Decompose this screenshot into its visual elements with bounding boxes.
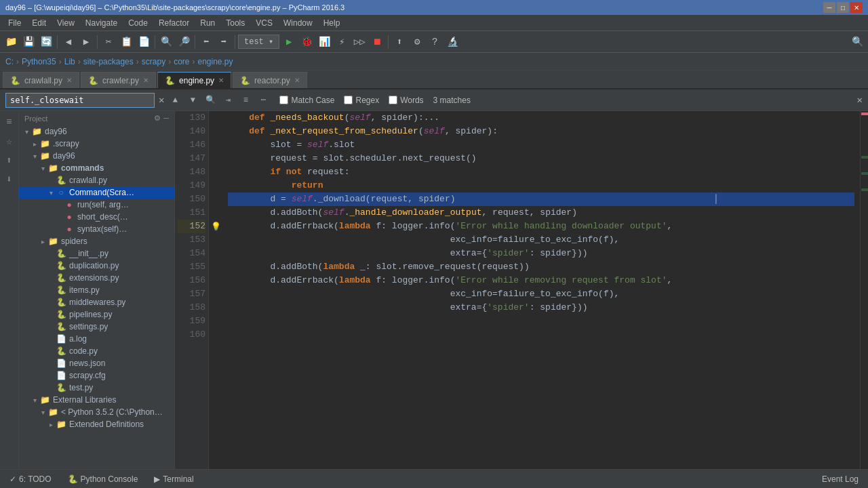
words-checkbox[interactable] [389,96,397,104]
favorites-icon[interactable]: ☆ [1,133,18,149]
save-btn[interactable]: 💾 [20,34,37,50]
tree-news-json[interactable]: 📄news.json [19,357,174,369]
search-extra-btn[interactable]: ⋯ [256,94,270,107]
tree-run-method[interactable]: ●run(self, arg… [19,199,174,211]
bc-scrapy[interactable]: scrapy [142,57,165,66]
search-btn[interactable]: 🔍 [158,34,174,50]
tab-engine[interactable]: 🐍 engine.py ✕ [157,72,231,88]
minimize-button[interactable]: ─ [823,2,835,13]
bc-python35[interactable]: Python35 [22,57,56,66]
search-input[interactable] [5,93,155,108]
more-run-btn[interactable]: ▷▷ [351,34,368,50]
tree-scrapy-cfg[interactable]: 📄scrapy.cfg [19,369,174,382]
tree-duplication[interactable]: 🐍duplication.py [19,260,174,272]
search-filter-btn[interactable]: 🔍 [203,94,217,107]
inspect-btn[interactable]: 🔬 [444,34,460,50]
menu-file[interactable]: File [3,17,26,29]
search-close-btn[interactable]: ✕ [857,94,863,106]
todo-tab[interactable]: ✓ 6: TODO [3,473,58,485]
bc-core[interactable]: core [174,57,189,66]
sync-btn[interactable]: 🔄 [38,34,54,50]
help-btn[interactable]: ? [427,34,443,50]
match-case-option[interactable]: Match Case [279,96,334,105]
code-editor[interactable]: 139 140 146 147 148 149 150 151 152 153 … [175,111,868,469]
menu-navigate[interactable]: Navigate [80,17,123,29]
tree-scrapy-folder[interactable]: ▸📁.scrapy [19,138,174,150]
menu-window[interactable]: Window [278,17,318,29]
find-usage-btn[interactable]: 🔎 [176,34,192,50]
tree-extensions[interactable]: 🐍extensions.py [19,272,174,284]
bc-site-packages[interactable]: site-packages [83,57,134,66]
menu-vcs[interactable]: VCS [250,17,278,29]
tab-engine-close[interactable]: ✕ [218,77,224,84]
tree-day96-sub[interactable]: ▾📁day96 [19,150,174,162]
menu-code[interactable]: Code [123,17,153,29]
bc-engine[interactable]: engine.py [197,57,233,66]
tree-init[interactable]: 🐍__init__.py [19,247,174,260]
cut-btn[interactable]: ✂ [100,34,117,50]
run-config[interactable]: test ▾ [238,35,279,49]
tree-ext-definitions[interactable]: ▸📁Extended Definitions [19,418,174,430]
terminal-tab[interactable]: ▶ Terminal [147,473,200,485]
search-options-btn[interactable]: ≡ [239,94,252,107]
menu-help[interactable]: Help [318,17,346,29]
tab-reactor[interactable]: 🐍 reactor.py ✕ [233,72,307,88]
menu-tools[interactable]: Tools [220,17,250,29]
search-indent-btn[interactable]: ⇥ [221,94,235,107]
search-clear-btn[interactable]: ✕ [159,94,164,106]
regex-checkbox[interactable] [344,96,353,104]
nav-next-btn[interactable]: ➡ [216,34,232,50]
right-scroll-gutter[interactable] [860,111,868,469]
tab-crawler-close[interactable]: ✕ [143,77,149,84]
sidebar-settings-btn[interactable]: ⚙ [154,114,161,123]
python-console-tab[interactable]: 🐍 Python Console [61,473,145,485]
stop-btn[interactable]: ⏹ [369,34,385,50]
tree-items[interactable]: 🐍items.py [19,284,174,296]
global-search-btn[interactable]: 🔍 [849,34,865,50]
tree-pipelines[interactable]: 🐍pipelines.py [19,308,174,321]
navigate-icon[interactable]: ⬆ [1,152,18,168]
close-button[interactable]: ✕ [850,2,863,13]
words-option[interactable]: Words [389,96,423,105]
search-down-btn[interactable]: ▼ [186,94,199,107]
menu-view[interactable]: View [52,17,80,29]
project-btn[interactable]: 📁 [3,34,19,50]
debug-btn[interactable]: 🐞 [298,34,315,50]
search-up-btn[interactable]: ▲ [168,94,182,107]
regex-option[interactable]: Regex [344,96,379,105]
tab-crawlall[interactable]: 🐍 crawlall.py ✕ [3,72,79,88]
tree-commands-folder[interactable]: ▾📁commands [19,162,174,174]
tree-crawlall-file[interactable]: 🐍crawlall.py [19,174,174,186]
menu-edit[interactable]: Edit [26,17,52,29]
menu-refactor[interactable]: Refactor [153,17,195,29]
match-case-checkbox[interactable] [279,96,288,104]
run-button[interactable]: ▶ [281,34,297,50]
tab-reactor-close[interactable]: ✕ [294,77,300,84]
tab-crawlall-close[interactable]: ✕ [66,77,72,84]
tree-python-lib[interactable]: ▾📁< Python 3.5.2 (C:\Python… [19,406,174,418]
tree-ext-libraries[interactable]: ▾📁External Libraries [19,394,174,406]
forward-btn[interactable]: ▶ [78,34,94,50]
tree-test-py[interactable]: 🐍test.py [19,382,174,394]
profile-btn[interactable]: ⚡ [334,34,350,50]
commander-icon[interactable]: ⬇ [1,171,18,187]
tree-a-log[interactable]: 📄a.log [19,333,174,345]
structure-icon[interactable]: ≡ [1,114,18,130]
tree-shortdesc-method[interactable]: ●short_desc(… [19,211,174,223]
nav-prev-btn[interactable]: ⬅ [198,34,214,50]
tree-day96[interactable]: ▾📁day96 [19,125,174,138]
tree-command-class[interactable]: ▾○Command(Scra… [19,186,174,199]
back-btn[interactable]: ◀ [60,34,77,50]
event-log-label[interactable]: Event Log [815,473,865,485]
tree-syntax-method[interactable]: ●syntax(self)… [19,223,174,235]
tree-spiders[interactable]: ▸📁spiders [19,235,174,247]
tree-settings[interactable]: 🐍settings.py [19,321,174,333]
sidebar-collapse-btn[interactable]: ─ [163,114,169,123]
bulb-icon[interactable]: 💡 [211,222,221,232]
settings-btn[interactable]: ⚙ [409,34,425,50]
menu-run[interactable]: Run [195,17,220,29]
bc-lib[interactable]: Lib [64,57,75,66]
maximize-button[interactable]: □ [837,2,849,13]
tree-middlewares[interactable]: 🐍middlewares.py [19,296,174,308]
tree-code-py[interactable]: 🐍code.py [19,345,174,357]
